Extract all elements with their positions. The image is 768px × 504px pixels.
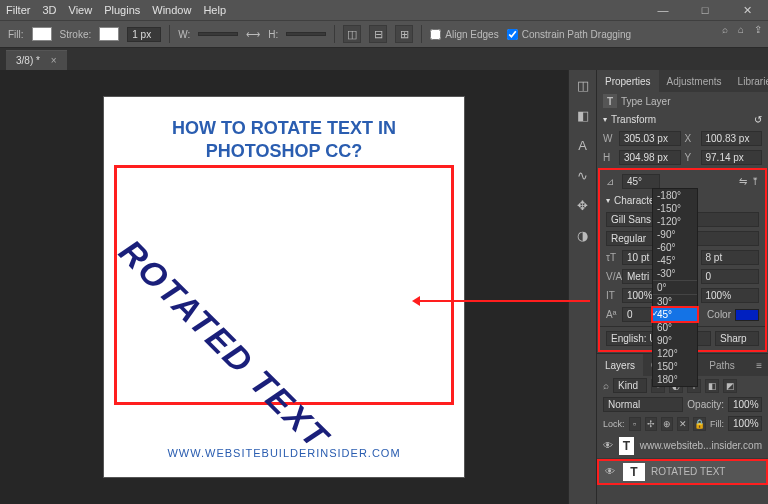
angle-option[interactable]: -150° (653, 202, 697, 215)
angle-option[interactable]: 120° (653, 347, 697, 360)
baseline-icon: Aª (606, 309, 618, 320)
angle-option[interactable]: -120° (653, 215, 697, 228)
dock-icon-2[interactable]: ◧ (574, 106, 592, 124)
angle-option[interactable]: -45° (653, 254, 697, 267)
flip-horizontal-icon[interactable]: ⇋ (739, 176, 747, 187)
minimize-button[interactable]: — (648, 4, 678, 16)
height-value-field[interactable]: 304.98 px (619, 150, 681, 165)
layer-thumb: T (619, 437, 634, 455)
tab-adjustments[interactable]: Adjustments (659, 70, 730, 92)
angle-option[interactable]: 90° (653, 334, 697, 347)
stroke-swatch[interactable] (99, 27, 119, 41)
fill-swatch[interactable] (32, 27, 52, 41)
visibility-toggle[interactable]: 👁 (603, 440, 613, 451)
canvas-area[interactable]: HOW TO ROTATE TEXT IN PHOTOSHOP CC? ROTA… (0, 70, 568, 504)
layer-name[interactable]: www.websiteb...insider.com (640, 440, 762, 451)
angle-option[interactable]: -180° (653, 189, 697, 202)
angle-option[interactable]: -30° (653, 267, 697, 280)
leading-field[interactable]: 8 pt (701, 250, 760, 265)
align-icon[interactable]: ⊟ (369, 25, 387, 43)
tab-libraries[interactable]: Libraries (730, 70, 768, 92)
menu-view[interactable]: View (69, 4, 93, 16)
arrange-icon[interactable]: ⊞ (395, 25, 413, 43)
options-bar: Fill: Stroke: 1 px W: ⟷ H: ◫ ⊟ ⊞ Align E… (0, 20, 768, 48)
fill-label: Fill: (710, 419, 724, 429)
search-icon[interactable]: ⌕ (722, 24, 728, 35)
layer-row[interactable]: 👁 T www.websiteb...insider.com (597, 433, 768, 459)
transform-section-header[interactable]: Transform↺ (597, 110, 768, 129)
width-field[interactable] (198, 32, 238, 36)
lock-transparency-icon[interactable]: ▫ (629, 417, 641, 431)
filter-icon-5[interactable]: ◩ (723, 379, 737, 393)
angle-dropdown[interactable]: -180° -150° -120° -90° -60° -45° -30° 0°… (652, 188, 698, 387)
tab-properties[interactable]: Properties (597, 70, 659, 92)
lock-pixels-icon[interactable]: ✢ (645, 417, 657, 431)
menu-window[interactable]: Window (152, 4, 191, 16)
link-wh-icon[interactable]: ⟷ (246, 29, 260, 40)
properties-tabs: Properties Adjustments Libraries ≡ (597, 70, 768, 92)
document-tab[interactable]: 3/8) * × (6, 50, 67, 70)
dock-icon-4[interactable]: ∿ (574, 166, 592, 184)
angle-option[interactable]: 180° (653, 373, 697, 386)
constrain-path-checkbox[interactable]: Constrain Path Dragging (507, 29, 632, 40)
angle-option[interactable]: -90° (653, 228, 697, 241)
layers-menu-icon[interactable]: ≡ (750, 354, 768, 376)
antialias-field[interactable]: Sharp (715, 331, 759, 346)
dock-icon-3[interactable]: A (574, 136, 592, 154)
blend-mode-field[interactable]: Normal (603, 397, 683, 412)
visibility-toggle[interactable]: 👁 (603, 466, 617, 477)
tracking-field[interactable]: 0 (701, 269, 760, 284)
document-canvas[interactable]: HOW TO ROTATE TEXT IN PHOTOSHOP CC? ROTA… (104, 97, 464, 477)
width-value-field[interactable]: 305.03 px (619, 131, 681, 146)
layer-name[interactable]: ROTATED TEXT (651, 466, 725, 477)
lock-label: Lock: (603, 419, 625, 429)
lock-all-icon[interactable]: 🔒 (693, 417, 706, 431)
y-value-field[interactable]: 97.14 px (701, 150, 763, 165)
document-tab-bar: 3/8) * × (0, 48, 768, 70)
share-icon[interactable]: ⇪ (754, 24, 762, 35)
w-label: W (603, 133, 615, 144)
search-icon[interactable]: ⌕ (603, 380, 609, 391)
home-icon[interactable]: ⌂ (738, 24, 744, 35)
angle-option[interactable]: 150° (653, 360, 697, 373)
angle-option[interactable]: 30° (653, 295, 697, 308)
menu-filter[interactable]: Filter (6, 4, 30, 16)
filter-kind-field[interactable]: Kind (613, 378, 647, 393)
close-window-button[interactable]: ✕ (732, 4, 762, 17)
dock-icon-6[interactable]: ◑ (574, 226, 592, 244)
height-field[interactable] (286, 32, 326, 36)
menu-plugins[interactable]: Plugins (104, 4, 140, 16)
angle-option[interactable]: 60° (653, 321, 697, 334)
dock-icon-1[interactable]: ◫ (574, 76, 592, 94)
document-tab-close[interactable]: × (51, 55, 57, 66)
angle-field[interactable]: 45° (622, 174, 660, 189)
flip-vertical-icon[interactable]: ⤒ (751, 176, 759, 187)
fill-opacity-field[interactable]: 100% (728, 416, 762, 431)
tab-paths[interactable]: Paths (701, 354, 743, 376)
stroke-width-field[interactable]: 1 px (127, 27, 161, 42)
lock-position-icon[interactable]: ⊕ (661, 417, 673, 431)
hscale-field[interactable]: 100% (701, 288, 760, 303)
filter-icon-4[interactable]: ◧ (705, 379, 719, 393)
align-edges-checkbox[interactable]: Align Edges (430, 29, 498, 40)
type-layer-indicator: T Type Layer (597, 92, 768, 110)
angle-option-selected[interactable]: 45° (653, 308, 697, 321)
y-label: Y (685, 152, 697, 163)
menu-help[interactable]: Help (203, 4, 226, 16)
angle-option[interactable]: 0° (653, 280, 697, 295)
path-ops-icon[interactable]: ◫ (343, 25, 361, 43)
menu-3d[interactable]: 3D (42, 4, 56, 16)
menu-bar: Filter 3D View Plugins Window Help — □ ✕ (0, 0, 768, 20)
fill-label: Fill: (8, 29, 24, 40)
opacity-field[interactable]: 100% (728, 397, 762, 412)
text-color-swatch[interactable] (735, 309, 759, 321)
annotation-properties-red-box: ⊿ 45° ⇋ ⤒ -180° -150° -120° -90° -60° -4… (598, 168, 767, 352)
angle-option[interactable]: -60° (653, 241, 697, 254)
tab-layers[interactable]: Layers (597, 354, 643, 376)
layer-row-selected[interactable]: 👁 T ROTATED TEXT (597, 459, 768, 485)
dock-icon-5[interactable]: ✥ (574, 196, 592, 214)
lock-artboard-icon[interactable]: ✕ (677, 417, 689, 431)
maximize-button[interactable]: □ (690, 4, 720, 16)
right-panel-group: Properties Adjustments Libraries ≡ T Typ… (596, 70, 768, 504)
x-value-field[interactable]: 100.83 px (701, 131, 763, 146)
